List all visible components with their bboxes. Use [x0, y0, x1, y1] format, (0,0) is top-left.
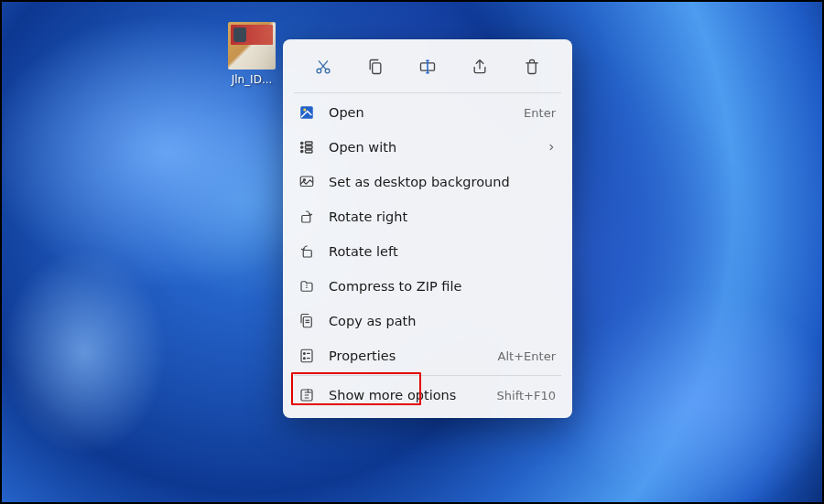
- file-label: Jln_ID...: [225, 73, 278, 86]
- svg-point-8: [303, 109, 306, 112]
- menu-open-with[interactable]: Open with: [288, 130, 567, 165]
- show-more-icon: [298, 386, 316, 404]
- menu-set-background-label: Set as desktop background: [329, 175, 556, 189]
- open-icon: [298, 103, 316, 122]
- svg-point-11: [301, 150, 303, 152]
- menu-properties[interactable]: Properties Alt+Enter: [288, 338, 567, 373]
- svg-rect-12: [306, 142, 313, 145]
- menu-properties-label: Properties: [329, 349, 498, 363]
- cut-button[interactable]: [307, 50, 340, 83]
- quick-actions-row: [288, 45, 567, 91]
- menu-set-background[interactable]: Set as desktop background: [288, 165, 567, 199]
- file-thumbnail: [228, 22, 276, 70]
- svg-point-10: [301, 146, 303, 148]
- menu-show-more[interactable]: Show more options Shift+F10: [288, 378, 567, 413]
- svg-rect-14: [306, 150, 313, 153]
- menu-open-label: Open: [329, 105, 524, 120]
- desktop-background[interactable]: Jln_ID...: [2, 2, 822, 502]
- menu-open-shortcut: Enter: [524, 106, 556, 120]
- properties-icon: [298, 347, 316, 365]
- set-background-icon: [298, 173, 316, 191]
- copy-icon: [366, 58, 385, 76]
- svg-rect-25: [301, 349, 312, 362]
- delete-button[interactable]: [515, 50, 548, 83]
- share-button[interactable]: [463, 50, 496, 83]
- separator: [294, 375, 561, 376]
- svg-rect-18: [303, 251, 311, 258]
- svg-rect-4: [373, 63, 381, 74]
- menu-compress-zip[interactable]: Compress to ZIP file: [288, 269, 567, 304]
- menu-copy-path-label: Copy as path: [329, 314, 556, 328]
- rotate-right-icon: [298, 208, 316, 226]
- share-icon: [471, 58, 489, 76]
- menu-rotate-left-label: Rotate left: [329, 244, 556, 259]
- cut-icon: [314, 58, 332, 76]
- context-menu: Open Enter Open with Set as desktop back…: [283, 39, 572, 418]
- copy-path-icon: [298, 312, 316, 330]
- rename-button[interactable]: [411, 50, 444, 83]
- menu-show-more-shortcut: Shift+F10: [497, 389, 556, 402]
- menu-rotate-right-label: Rotate right: [329, 209, 556, 224]
- rotate-left-icon: [298, 242, 316, 261]
- svg-point-26: [303, 352, 305, 354]
- separator: [294, 92, 561, 93]
- menu-show-more-label: Show more options: [329, 388, 497, 402]
- svg-point-9: [301, 142, 303, 144]
- rename-icon: [418, 58, 437, 76]
- svg-rect-13: [306, 146, 313, 149]
- copy-button[interactable]: [359, 50, 392, 83]
- zip-icon: [298, 277, 316, 295]
- menu-rotate-left[interactable]: Rotate left: [288, 234, 567, 269]
- svg-point-16: [303, 179, 305, 181]
- delete-icon: [523, 58, 541, 76]
- chevron-right-icon: [547, 143, 556, 152]
- menu-rotate-right[interactable]: Rotate right: [288, 199, 567, 234]
- desktop-file-icon[interactable]: Jln_ID...: [225, 22, 278, 86]
- menu-open-with-label: Open with: [329, 140, 541, 155]
- svg-rect-17: [302, 216, 310, 223]
- menu-copy-path[interactable]: Copy as path: [288, 304, 567, 338]
- menu-open[interactable]: Open Enter: [288, 95, 567, 130]
- menu-properties-shortcut: Alt+Enter: [498, 349, 556, 363]
- svg-point-28: [303, 358, 305, 359]
- open-with-icon: [298, 138, 316, 156]
- menu-compress-zip-label: Compress to ZIP file: [329, 279, 556, 294]
